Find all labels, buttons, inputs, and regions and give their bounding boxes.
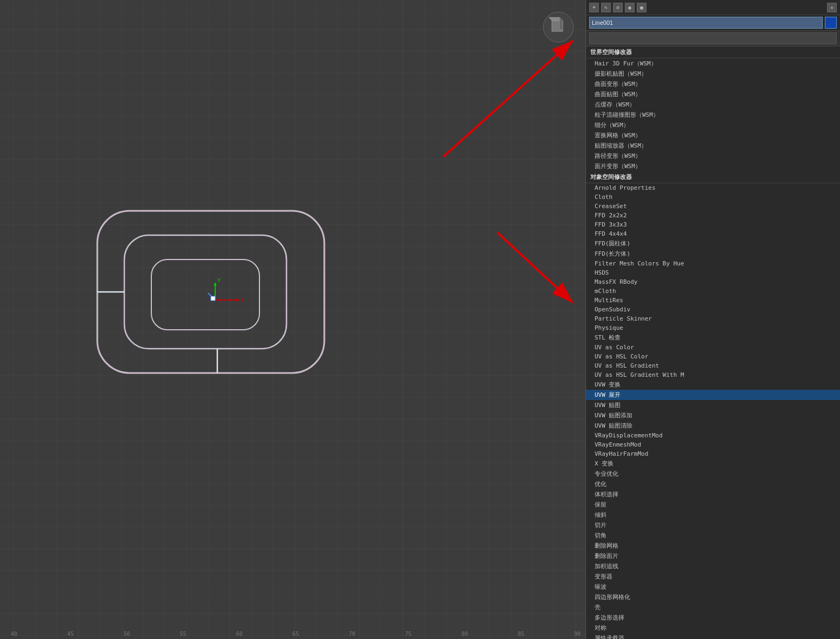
list-item[interactable]: Filter Mesh Colors By Hue	[586, 259, 840, 268]
list-item[interactable]: UVW 展开	[586, 390, 840, 400]
list-item[interactable]: 粒子流碰撞图形（WSM）	[586, 110, 840, 120]
list-item[interactable]: mCloth	[586, 287, 840, 296]
add-modifier-icon[interactable]: +	[589, 3, 599, 12]
list-item[interactable]: 置换网格（WSM）	[586, 130, 840, 141]
remove-icon[interactable]: ✕	[827, 3, 837, 12]
list-item[interactable]: Physique	[586, 323, 840, 332]
list-item[interactable]: VRayEnmeshMod	[586, 440, 840, 449]
list-item[interactable]: Arnold Properties	[586, 183, 840, 192]
object-name-input[interactable]	[589, 17, 823, 29]
list-item[interactable]: FFD(圆柱体)	[586, 238, 840, 249]
viewport[interactable]: Y X	[0, 0, 585, 639]
list-item[interactable]: UV as HSL Color	[586, 352, 840, 361]
list-item[interactable]: CreaseSet	[586, 202, 840, 211]
list-item[interactable]: 面片变形（WSM）	[586, 161, 840, 171]
svg-text:Y: Y	[217, 278, 221, 284]
list-item[interactable]: UV as HSL Gradient	[586, 361, 840, 370]
list-item[interactable]: UVW 贴图添加	[586, 410, 840, 421]
list-item[interactable]: 保留	[586, 500, 840, 510]
list-item[interactable]: 删除网格	[586, 541, 840, 551]
list-item[interactable]: 对称	[586, 623, 840, 633]
world-space-items: Hair 3D Fur（WSM）摄影机贴图（WSM）曲面变形（WSM）曲面贴图（…	[586, 58, 840, 171]
list-item[interactable]: MassFX RBody	[586, 277, 840, 287]
3d-shape: Y X	[92, 205, 335, 378]
list-item[interactable]: 切角	[586, 530, 840, 541]
list-item[interactable]: Particle Skinner	[586, 314, 840, 323]
list-item[interactable]: Hair 3D Fur（WSM）	[586, 58, 840, 69]
list-item[interactable]: UVW 贴图	[586, 400, 840, 410]
list-item[interactable]: X 变换	[586, 458, 840, 469]
name-row	[586, 15, 840, 31]
list-item[interactable]: FFD 2x2x2	[586, 211, 840, 220]
list-item[interactable]: 倾斜	[586, 510, 840, 520]
modifier-filter-input[interactable]	[589, 32, 837, 44]
list-item[interactable]: 点缓存（WSM）	[586, 99, 840, 110]
list-icon[interactable]: ≡	[613, 3, 623, 12]
list-item[interactable]: FFD(长方体)	[586, 249, 840, 259]
filter-row	[586, 31, 840, 46]
color-swatch[interactable]	[825, 17, 837, 29]
list-item[interactable]: 优化	[586, 479, 840, 489]
list-item[interactable]: 贴图缩放器（WSM）	[586, 141, 840, 151]
list-item[interactable]: 多边形选择	[586, 613, 840, 623]
list-item[interactable]: 路径变形（WSM）	[586, 151, 840, 161]
list-item[interactable]: 变形器	[586, 571, 840, 582]
modifier-list[interactable]: 世界空间修改器 Hair 3D Fur（WSM）摄影机贴图（WSM）曲面变形（W…	[586, 46, 840, 639]
svg-marker-12	[236, 298, 239, 302]
svg-rect-2	[124, 235, 286, 349]
list-item[interactable]: VRayDisplacementMod	[586, 431, 840, 440]
list-item[interactable]: 曲面变形（WSM）	[586, 79, 840, 89]
list-item[interactable]: 曲面贴图（WSM）	[586, 89, 840, 99]
edit-icon[interactable]: ✎	[601, 3, 611, 12]
list-item[interactable]: Cloth	[586, 192, 840, 202]
list-item[interactable]: 摄影机贴图（WSM）	[586, 69, 840, 79]
circle-icon[interactable]: ◉	[625, 3, 635, 12]
svg-marker-9	[214, 282, 217, 285]
list-item[interactable]: FFD 4x4x4	[586, 229, 840, 238]
list-item[interactable]: OpenSubdiv	[586, 305, 840, 314]
list-item[interactable]: 壳	[586, 602, 840, 613]
list-item[interactable]: 切片	[586, 520, 840, 530]
list-item[interactable]: UVW 贴图清除	[586, 421, 840, 431]
svg-rect-3	[124, 235, 286, 349]
list-item[interactable]: 属性承载器	[586, 633, 840, 639]
world-space-header[interactable]: 世界空间修改器	[586, 46, 840, 58]
right-panel: + ✎ ≡ ◉ ▣ ✕ 世界空间修改器 Hair 3D Fur（WSM）摄影机贴…	[585, 0, 840, 639]
list-item[interactable]: UVW 变换	[586, 380, 840, 390]
list-item[interactable]: 噪波	[586, 582, 840, 592]
panel-toolbar: + ✎ ≡ ◉ ▣ ✕	[586, 0, 840, 15]
object-space-items: Arnold PropertiesClothCreaseSetFFD 2x2x2…	[586, 183, 840, 639]
list-item[interactable]: STL 检查	[586, 332, 840, 343]
svg-text:X: X	[241, 297, 244, 303]
list-item[interactable]: 四边形网格化	[586, 592, 840, 602]
list-item[interactable]: UV as Color	[586, 343, 840, 352]
svg-rect-5	[151, 259, 259, 330]
grid-icon[interactable]: ▣	[637, 3, 646, 12]
list-item[interactable]: 加积追线	[586, 561, 840, 571]
list-item[interactable]: FFD 3x3x3	[586, 220, 840, 229]
svg-rect-15	[211, 296, 215, 301]
list-item[interactable]: 体积选择	[586, 489, 840, 500]
list-item[interactable]: MultiRes	[586, 296, 840, 305]
object-space-header[interactable]: 对象空间修改器	[586, 171, 840, 183]
list-item[interactable]: 细分（WSM）	[586, 120, 840, 130]
list-item[interactable]: 删除面片	[586, 551, 840, 561]
camera-cube[interactable]	[542, 11, 575, 43]
list-item[interactable]: VRayHairFarmMod	[586, 449, 840, 458]
list-item[interactable]: 专业优化	[586, 469, 840, 479]
svg-rect-4	[151, 259, 259, 330]
list-item[interactable]: UV as HSL Gradient With M	[586, 370, 840, 380]
list-item[interactable]: HSDS	[586, 268, 840, 277]
